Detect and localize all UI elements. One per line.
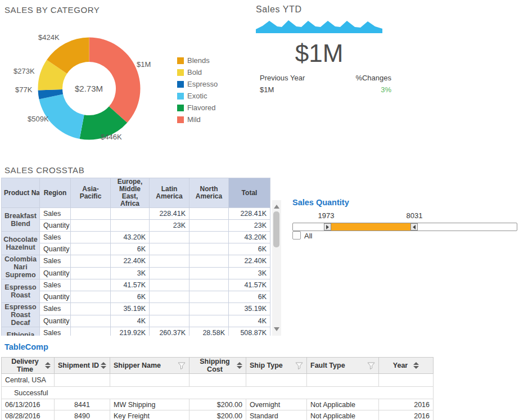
- subgroup-cell: Successful: [2, 387, 434, 399]
- crosstab-col-header[interactable]: Latin America: [150, 178, 189, 208]
- slider-track[interactable]: [292, 223, 517, 231]
- legend-item-espresso[interactable]: Espresso: [177, 78, 218, 90]
- left-arrow-icon: [413, 225, 416, 229]
- tablecomp-cell: Not Applicable: [307, 410, 379, 420]
- sort-icon[interactable]: [413, 362, 419, 369]
- tablecomp-col-header-shipping-cost[interactable]: Shipping Cost: [189, 358, 246, 374]
- legend-item-exotic[interactable]: Exotic: [177, 90, 218, 102]
- tablecomp-table: Delivery TimeShipment IDShipper NameShip…: [1, 357, 434, 420]
- donut-slice-mild[interactable]: [89, 38, 141, 123]
- crosstab-col-header[interactable]: North America: [189, 178, 229, 208]
- scrollbar-down-icon[interactable]: [274, 327, 279, 331]
- legend-item-mild[interactable]: Mild: [177, 114, 218, 125]
- slice-label-bold: $273K: [13, 67, 35, 75]
- crosstab-row[interactable]: Quantity4K4K: [2, 315, 270, 327]
- crosstab-value-cell: [189, 232, 229, 243]
- tablecomp-col-header-year[interactable]: Year: [379, 358, 434, 374]
- crosstab-value-cell: [150, 291, 189, 303]
- crosstab-value-cell: 28.58K: [189, 327, 229, 336]
- column-label: Year: [393, 362, 408, 369]
- crosstab-value-cell: 35.19K: [111, 303, 150, 315]
- dashboard: SALES BY CATEGORY $2.73M $1M $446K $509K…: [0, 0, 519, 420]
- tablecomp-col-header-fault-type[interactable]: Fault Type: [307, 358, 379, 374]
- crosstab-col-header[interactable]: Total: [229, 178, 270, 208]
- tablecomp-col-header-shipment-id[interactable]: Shipment ID: [55, 358, 110, 374]
- scrollbar-thumb[interactable]: [273, 211, 279, 247]
- crosstab-value-cell: [71, 232, 111, 243]
- tablecomp-col-header-delivery-time[interactable]: Delivery Time: [2, 358, 55, 374]
- crosstab-row[interactable]: Quantity6K6K: [2, 243, 270, 255]
- crosstab-value-cell: 228.41K: [229, 208, 270, 220]
- crosstab-row[interactable]: Espresso Roast DecafSales35.19K35.19K: [2, 303, 270, 315]
- all-checkbox[interactable]: [292, 231, 301, 240]
- legend-item-blends[interactable]: Blends: [177, 55, 218, 66]
- crosstab-value-cell: 3K: [111, 267, 150, 279]
- crosstab-col-header[interactable]: Europe, Middle East, Africa: [111, 178, 150, 208]
- crosstab-value-cell: [71, 291, 111, 303]
- sort-icon[interactable]: [237, 362, 242, 369]
- crosstab-col-header[interactable]: Asia-Pacific: [71, 178, 111, 208]
- group-cell: Central, USA: [2, 374, 55, 387]
- crosstab-metric-cell: Quantity: [40, 220, 71, 232]
- crosstab-value-cell: [189, 267, 229, 279]
- crosstab-value-cell: [71, 220, 111, 232]
- tablecomp-cell: 2016: [379, 410, 434, 420]
- crosstab-value-cell: 260.37K: [150, 327, 189, 336]
- crosstab-row[interactable]: Quantity3K3K: [2, 267, 270, 279]
- slider-left-handle[interactable]: [324, 223, 331, 231]
- legend-item-bold[interactable]: Bold: [177, 66, 218, 78]
- crosstab-row[interactable]: Quantity6K6K: [2, 291, 270, 303]
- crosstab-value-cell: [150, 303, 189, 315]
- sales-crosstab-title: SALES CROSSTAB: [4, 165, 84, 175]
- ytd-big-value: $1M: [250, 39, 388, 67]
- sort-icon[interactable]: [45, 362, 51, 369]
- tablecomp-col-header-shipper-name[interactable]: Shipper Name: [110, 358, 189, 374]
- crosstab-value-cell: [71, 267, 111, 279]
- legend-swatch-icon: [177, 81, 184, 88]
- crosstab-value-cell: 43.20K: [111, 232, 150, 243]
- crosstab-value-cell: 41.57K: [111, 279, 150, 291]
- slider-range-fill[interactable]: [331, 223, 410, 231]
- slice-label-flavored: $446K: [101, 133, 122, 141]
- crosstab-value-cell: [150, 243, 189, 255]
- filter-icon[interactable]: [295, 362, 303, 369]
- scrollbar-up-icon[interactable]: [274, 205, 279, 209]
- column-label: Fault Type: [310, 362, 345, 369]
- ytd-sparkline: [256, 20, 382, 33]
- tablecomp-data-row[interactable]: 06/13/20168441MW Shipping$200.00Overnigh…: [2, 399, 434, 410]
- sort-icon[interactable]: [101, 362, 106, 369]
- crosstab-value-cell: [150, 315, 189, 327]
- crosstab-row[interactable]: Ethiopia SidamoSales219.92K260.37K28.58K…: [2, 327, 270, 336]
- crosstab-metric-cell: Sales: [40, 208, 71, 220]
- legend-label: Blends: [187, 56, 210, 65]
- filter-icon[interactable]: [367, 362, 375, 369]
- tablecomp-group-row[interactable]: Central, USA: [2, 374, 434, 387]
- crosstab-row[interactable]: Breakfast BlendSales228.41K228.41K: [2, 208, 270, 220]
- crosstab-col-header[interactable]: Region: [40, 178, 71, 208]
- legend-item-flavored[interactable]: Flavored: [177, 102, 218, 114]
- tablecomp-subgroup-row[interactable]: Successful: [2, 387, 434, 399]
- crosstab-value-cell: [189, 315, 229, 327]
- crosstab-value-cell: [189, 220, 229, 232]
- crosstab-row[interactable]: Chocolate HazelnutSales43.20K43.20K: [2, 232, 270, 243]
- crosstab-value-cell: 4K: [229, 315, 270, 327]
- crosstab-product-cell: Espresso Roast: [2, 279, 40, 303]
- crosstab-scrollbar[interactable]: [272, 200, 281, 336]
- slider-right-handle[interactable]: [410, 223, 418, 231]
- crosstab-row[interactable]: Quantity23K23K: [2, 220, 270, 232]
- crosstab-row[interactable]: Espresso RoastSales41.57K41.57K: [2, 279, 270, 291]
- right-arrow-icon: [326, 225, 329, 229]
- slice-label-espresso: $77K: [15, 85, 32, 94]
- sales-quantity-title: Sales Quantity: [292, 198, 349, 207]
- slice-label-blends: $424K: [38, 33, 60, 42]
- crosstab-value-cell: [150, 279, 189, 291]
- tablecomp-cell: 06/13/2016: [2, 399, 55, 410]
- crosstab-header-row: Product NameRegionAsia-PacificEurope, Mi…: [2, 178, 270, 208]
- crosstab-col-header[interactable]: Product Name: [2, 178, 40, 208]
- tablecomp-cell: 8490: [55, 410, 110, 420]
- filter-icon[interactable]: [178, 362, 186, 369]
- tablecomp-col-header-ship-type[interactable]: Ship Type: [246, 358, 307, 374]
- crosstab-row[interactable]: Colombia Nari SupremoSales22.40K22.40K: [2, 255, 270, 268]
- tablecomp-data-row[interactable]: 08/28/20168490Key Freight$200.00Standard…: [2, 410, 434, 420]
- tablecomp-cell: 8441: [55, 399, 110, 410]
